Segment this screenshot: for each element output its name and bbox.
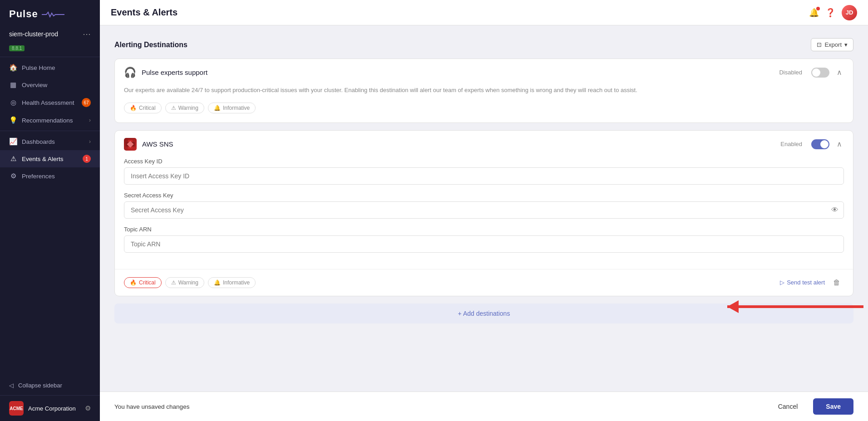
- pulse-experts-toggle[interactable]: [811, 68, 829, 78]
- topbar: Events & Alerts 🔔 ❓ JD: [100, 0, 868, 25]
- aws-warning-badge[interactable]: ⚠ Warning: [165, 277, 204, 288]
- pulse-experts-header: 🎧 Pulse experts support Disabled ∧: [115, 59, 853, 86]
- aws-sns-header: AWS SNS Enabled ∧: [115, 131, 853, 158]
- collapse-sidebar-btn[interactable]: ◁ Collapse sidebar: [0, 376, 100, 395]
- send-test-label: Send test alert: [787, 279, 825, 286]
- collapse-label: Collapse sidebar: [18, 382, 62, 389]
- aws-sns-label: AWS SNS: [142, 140, 775, 148]
- add-destinations-button[interactable]: + Add destinations: [114, 304, 853, 323]
- aws-critical-label: Critical: [139, 279, 156, 286]
- aws-sns-severity-badges: 🔥 Critical ⚠ Warning 🔔 Informative: [124, 277, 256, 288]
- sidebar-item-recommendations[interactable]: 💡 Recommendations ›: [0, 112, 100, 129]
- informative-icon: 🔔: [214, 105, 221, 111]
- pulse-experts-expand-btn[interactable]: ∧: [835, 66, 844, 78]
- aws-critical-badge[interactable]: 🔥 Critical: [124, 277, 162, 288]
- cancel-button[interactable]: Cancel: [770, 399, 806, 414]
- export-chevron-icon: ▾: [844, 41, 848, 48]
- app-logo-text: Pulse: [9, 8, 38, 20]
- content-area: Alerting Destinations ⊡ Export ▾ 🎧 Pulse…: [100, 25, 868, 392]
- org-name: Acme Corporation: [28, 405, 80, 412]
- sidebar-item-label-preferences: Preferences: [22, 173, 55, 180]
- sidebar-item-label-health: Health Assessment: [22, 99, 74, 106]
- delete-icon: 🗑: [833, 279, 840, 286]
- overview-icon: ▦: [9, 81, 17, 89]
- pulse-experts-icon: 🎧: [124, 67, 136, 78]
- access-key-id-input[interactable]: [124, 167, 844, 185]
- sidebar-item-label-recommendations: Recommendations: [22, 117, 73, 124]
- sidebar-spacer: [0, 185, 100, 376]
- topic-arn-label: Topic ARN: [124, 226, 844, 233]
- svg-marker-2: [127, 141, 134, 147]
- sidebar-item-pulse-home[interactable]: 🏠 Pulse Home: [0, 59, 100, 76]
- aws-critical-icon: 🔥: [130, 279, 137, 286]
- add-destinations-label: + Add destinations: [458, 310, 510, 317]
- cluster-version-badge: 8.8.1: [0, 44, 100, 55]
- sidebar-item-dashboards[interactable]: 📈 Dashboards ›: [0, 133, 100, 150]
- events-icon: ⚠: [9, 155, 17, 163]
- pulse-experts-body: Our experts are available 24/7 to suppor…: [115, 86, 853, 122]
- password-visibility-toggle-icon[interactable]: 👁: [831, 206, 838, 214]
- sidebar-item-preferences[interactable]: ⚙ Preferences: [0, 167, 100, 185]
- logo-pulse-line: [42, 11, 64, 18]
- pulse-experts-description: Our experts are available 24/7 to suppor…: [124, 86, 844, 95]
- dashboards-icon: 📈: [9, 137, 17, 146]
- page-title: Events & Alerts: [111, 7, 804, 18]
- access-key-id-group: Access Key ID: [124, 158, 844, 185]
- sidebar-divider-mid: [0, 131, 100, 131]
- health-icon: ◎: [9, 98, 17, 107]
- secret-access-key-wrapper: 👁: [124, 201, 844, 219]
- export-button[interactable]: ⊡ Export ▾: [811, 38, 853, 51]
- save-button[interactable]: Save: [813, 398, 853, 415]
- aws-informative-icon: 🔔: [214, 279, 221, 286]
- user-avatar[interactable]: JD: [842, 5, 857, 20]
- preferences-icon: ⚙: [9, 172, 17, 180]
- critical-label: Critical: [139, 105, 156, 111]
- pulse-warning-badge[interactable]: ⚠ Warning: [165, 103, 204, 113]
- aws-sns-expand-btn[interactable]: ∧: [835, 138, 844, 150]
- sidebar-item-health-assessment[interactable]: ◎ Health Assessment 67: [0, 93, 100, 112]
- org-settings-icon[interactable]: ⚙: [85, 404, 91, 412]
- section-title: Alerting Destinations: [114, 41, 187, 49]
- topic-arn-input[interactable]: [124, 235, 844, 253]
- home-icon: 🏠: [9, 64, 17, 72]
- aws-warning-label: Warning: [178, 279, 198, 286]
- pulse-experts-severity-badges: 🔥 Critical ⚠ Warning 🔔 Informative: [124, 103, 844, 113]
- org-avatar: ACME: [9, 401, 24, 416]
- aws-sns-toggle[interactable]: [811, 139, 829, 149]
- health-badge: 67: [82, 98, 91, 107]
- send-test-alert-button[interactable]: ▷ Send test alert: [780, 279, 825, 286]
- notification-bell-icon[interactable]: 🔔: [809, 8, 819, 18]
- org-section: ACME Acme Corporation ⚙: [0, 395, 100, 421]
- sidebar-item-label-pulse-home: Pulse Home: [22, 64, 55, 71]
- events-badge: 1: [83, 155, 91, 163]
- delete-destination-button[interactable]: 🗑: [829, 277, 844, 289]
- cluster-name: siem-cluster-prod: [9, 30, 58, 38]
- cluster-more-icon[interactable]: ⋯: [83, 29, 91, 39]
- aws-warning-icon: ⚠: [171, 279, 176, 286]
- sidebar-item-overview[interactable]: ▦ Overview: [0, 76, 100, 93]
- main-area: Events & Alerts 🔔 ❓ JD Alerting Destinat…: [100, 0, 868, 421]
- aws-informative-label: Informative: [223, 279, 250, 286]
- pulse-critical-badge[interactable]: 🔥 Critical: [124, 103, 162, 113]
- aws-informative-badge[interactable]: 🔔 Informative: [208, 277, 256, 288]
- export-label: Export: [824, 41, 842, 48]
- secret-access-key-input[interactable]: [124, 201, 844, 219]
- sidebar: Pulse siem-cluster-prod ⋯ 8.8.1 🏠 Pulse …: [0, 0, 100, 421]
- pulse-informative-badge[interactable]: 🔔 Informative: [208, 103, 256, 113]
- sidebar-item-label-overview: Overview: [22, 82, 47, 88]
- aws-sns-body: Access Key ID Secret Access Key 👁 Topic …: [115, 158, 853, 269]
- secret-access-key-group: Secret Access Key 👁: [124, 192, 844, 219]
- sidebar-divider-top: [0, 57, 100, 57]
- collapse-icon: ◁: [9, 382, 14, 389]
- aws-sns-footer-actions: ▷ Send test alert 🗑: [780, 277, 844, 289]
- warning-label: Warning: [178, 105, 198, 111]
- pulse-experts-status: Disabled: [779, 69, 802, 76]
- sidebar-item-events-alerts[interactable]: ⚠ Events & Alerts 1: [0, 150, 100, 167]
- recommendations-icon: 💡: [9, 116, 17, 124]
- cluster-header: siem-cluster-prod ⋯: [0, 26, 100, 44]
- warning-icon: ⚠: [171, 105, 176, 111]
- help-icon[interactable]: ❓: [825, 8, 835, 18]
- aws-sns-card: AWS SNS Enabled ∧ Access Key ID Secret A…: [114, 130, 853, 296]
- pulse-experts-label: Pulse experts support: [142, 69, 774, 76]
- pulse-experts-card: 🎧 Pulse experts support Disabled ∧ Our e…: [114, 59, 853, 123]
